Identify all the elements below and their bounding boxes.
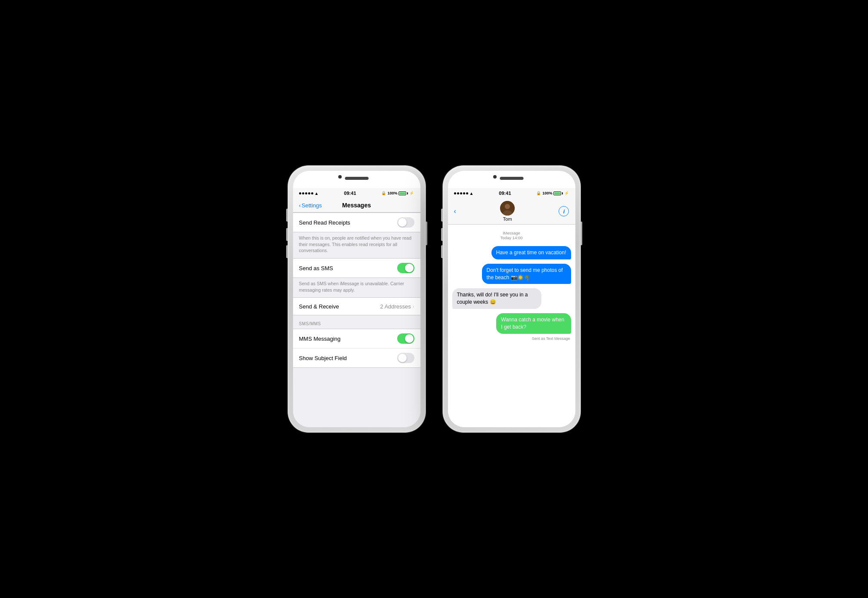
send-receive-row[interactable]: Send & Receive 2 Addresses › — [293, 298, 420, 315]
send-read-receipts-toggle[interactable] — [397, 217, 414, 228]
status-left-1: ▲ — [299, 191, 319, 196]
speaker-grille — [345, 177, 368, 180]
signal-dots-2 — [454, 192, 468, 194]
info-button[interactable]: i — [559, 206, 569, 216]
svg-point-1 — [505, 204, 510, 209]
send-receive-label: Send & Receive — [299, 303, 339, 310]
status-bar-1: ▲ 09:41 🔒 100% ⚡ — [293, 188, 420, 198]
back-label: Settings — [302, 202, 322, 209]
battery-percent-2: 100% — [542, 191, 552, 195]
mms-messaging-toggle[interactable] — [397, 333, 414, 344]
battery-icon-1 — [398, 191, 408, 195]
send-receive-addresses: 2 Addresses — [380, 303, 411, 310]
camera-dot — [338, 175, 342, 179]
mms-messaging-label: MMS Messaging — [299, 336, 341, 342]
send-as-sms-label: Send as SMS — [299, 265, 334, 271]
message-text-3: Thanks, will do! I'll see you in a coupl… — [457, 292, 528, 305]
send-read-receipts-label: Send Read Receipts — [299, 219, 350, 226]
message-bubble-4: Wanna catch a movie when I get back? — [496, 313, 571, 334]
mms-messaging-row: MMS Messaging — [293, 329, 420, 348]
send-as-sms-row: Send as SMS — [293, 259, 420, 277]
settings-nav-bar: ‹ Settings Messages — [293, 198, 420, 213]
send-receive-group: Send & Receive 2 Addresses › — [293, 297, 420, 315]
signal-dots-1 — [299, 192, 313, 194]
nav-title: Messages — [342, 202, 371, 209]
back-to-settings-button[interactable]: ‹ Settings — [299, 202, 322, 209]
status-time-1: 09:41 — [344, 191, 356, 196]
chevron-icon: › — [413, 304, 414, 309]
read-receipts-description: When this is on, people are notified whe… — [293, 232, 420, 258]
contact-name: Tom — [503, 216, 512, 222]
status-bar-2: ▲ 09:41 🔒 100% ⚡ — [448, 188, 575, 198]
battery-bolt-2: ⚡ — [564, 191, 569, 195]
show-subject-field-row: Show Subject Field — [293, 348, 420, 367]
message-text-1: Have a great time on vacation! — [496, 250, 566, 256]
send-as-sms-description: Send as SMS when iMessage is unavailable… — [293, 278, 420, 297]
messages-back-button[interactable]: ‹ — [454, 207, 456, 215]
message-text-2: Don't forget to send me photos of the be… — [487, 267, 563, 281]
wifi-icon-2: ▲ — [470, 191, 474, 196]
avatar-image — [500, 201, 515, 216]
show-subject-field-label: Show Subject Field — [299, 355, 347, 361]
sent-as-text-label: Sent as Text Message — [532, 336, 571, 341]
message-1-row: Have a great time on vacation! — [452, 246, 571, 259]
phone-2-top-hardware — [448, 171, 575, 188]
message-2-row: Don't forget to send me photos of the be… — [452, 264, 571, 284]
wifi-icon-1: ▲ — [315, 191, 319, 196]
message-bubble-1: Have a great time on vacation! — [491, 246, 571, 259]
message-3-row: Thanks, will do! I'll see you in a coupl… — [452, 288, 571, 309]
lock-icon-1: 🔒 — [381, 191, 386, 195]
scene: ▲ 09:41 🔒 100% ⚡ ‹ Settings — [271, 148, 598, 450]
message-4-container: Wanna catch a movie when I get back? Sen… — [452, 313, 571, 341]
back-chevron-icon: ‹ — [299, 202, 301, 209]
message-bubble-3: Thanks, will do! I'll see you in a coupl… — [452, 288, 541, 309]
settings-body: Send Read Receipts When this is on, peop… — [293, 213, 420, 427]
send-read-receipts-row: Send Read Receipts — [293, 213, 420, 232]
messages-body: iMessageToday 14:00 Have a great time on… — [448, 225, 575, 427]
contact-info[interactable]: Tom — [500, 201, 515, 222]
status-right-2: 🔒 100% ⚡ — [536, 191, 569, 195]
lock-icon-2: 🔒 — [536, 191, 541, 195]
status-time-2: 09:41 — [499, 191, 511, 196]
send-receive-value: 2 Addresses › — [380, 303, 414, 310]
status-right-1: 🔒 100% ⚡ — [381, 191, 414, 195]
message-text-4: Wanna catch a movie when I get back? — [501, 317, 564, 330]
phone-1-top-hardware — [293, 171, 420, 188]
read-receipts-group: Send Read Receipts — [293, 213, 420, 232]
smsmms-section-label: SMS/MMS — [293, 315, 420, 329]
message-bubble-2: Don't forget to send me photos of the be… — [482, 264, 571, 284]
info-icon: i — [563, 208, 565, 215]
messages-timestamp: iMessageToday 14:00 — [452, 231, 571, 240]
message-4-row: Wanna catch a movie when I get back? — [471, 313, 571, 334]
status-left-2: ▲ — [454, 191, 474, 196]
battery-percent-1: 100% — [387, 191, 397, 195]
send-as-sms-group: Send as SMS — [293, 258, 420, 278]
show-subject-field-toggle[interactable] — [397, 353, 414, 363]
send-as-sms-toggle[interactable] — [397, 263, 414, 273]
messages-nav-bar: ‹ Tom i — [448, 198, 575, 225]
battery-bolt-1: ⚡ — [409, 191, 414, 195]
battery-icon-2 — [553, 191, 563, 195]
smsmms-group: MMS Messaging Show Subject Field — [293, 329, 420, 368]
camera-dot-2 — [493, 175, 497, 179]
avatar — [500, 201, 515, 216]
speaker-grille-2 — [500, 177, 523, 180]
phone-2: ▲ 09:41 🔒 100% ⚡ ‹ — [443, 166, 581, 432]
phone-1: ▲ 09:41 🔒 100% ⚡ ‹ Settings — [288, 166, 426, 432]
